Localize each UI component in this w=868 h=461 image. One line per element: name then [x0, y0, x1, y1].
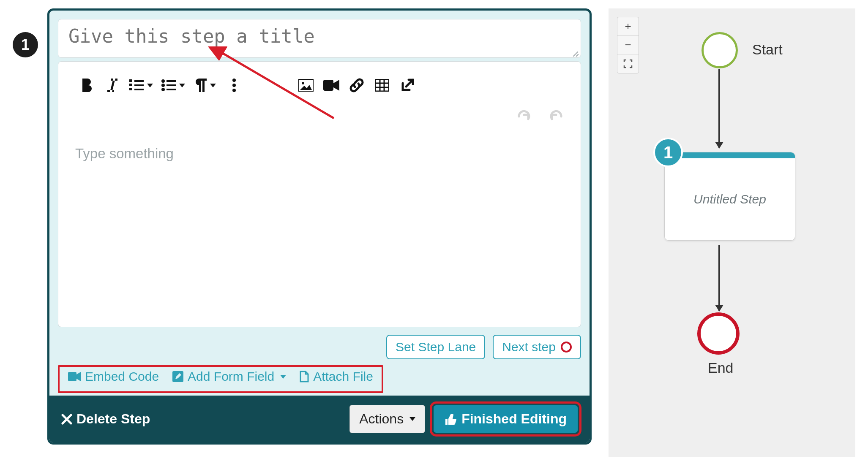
step-editor-column: 1: [13, 8, 592, 457]
add-form-field-link[interactable]: Add Form Field: [172, 369, 286, 384]
insert-table-button[interactable]: [369, 75, 395, 96]
undo-redo-row: [58, 96, 581, 121]
insert-video-button[interactable]: [319, 75, 344, 96]
chevron-down-icon: [280, 375, 286, 379]
start-label: Start: [752, 41, 783, 58]
svg-point-5: [302, 82, 304, 84]
embed-code-label: Embed Code: [85, 369, 159, 384]
editor-body[interactable]: Type something: [58, 131, 581, 176]
edit-icon: [172, 371, 183, 382]
finished-editing-label: Finished Editing: [461, 411, 567, 427]
step-card-label: Untitled Step: [665, 158, 795, 206]
step-card-accent: [665, 152, 795, 158]
editor-footer: Delete Step Actions Finished Editing: [49, 396, 590, 442]
redo-button[interactable]: [549, 106, 564, 121]
end-node[interactable]: [697, 312, 740, 355]
svg-rect-6: [323, 80, 333, 91]
chevron-down-icon: [210, 84, 216, 87]
actions-label: Actions: [359, 411, 404, 427]
chevron-down-icon: [409, 417, 415, 421]
step-nav-row: Set Step Lane Next step: [49, 335, 590, 365]
start-node[interactable]: [701, 32, 738, 68]
actions-button[interactable]: Actions: [349, 405, 425, 433]
step-editor-panel: Type something Set Step Lane Next step E…: [47, 8, 592, 445]
svg-rect-7: [375, 79, 389, 91]
next-step-button[interactable]: Next step: [493, 335, 581, 359]
thumbs-up-icon: [445, 414, 456, 425]
insert-link-button[interactable]: [344, 75, 369, 96]
video-icon: [68, 372, 81, 381]
vertical-dots-icon: [232, 79, 236, 92]
end-label: End: [708, 360, 734, 376]
more-button[interactable]: [221, 75, 247, 96]
flow-diagram: Start Untitled Step 1 End: [609, 8, 855, 457]
finished-editing-button[interactable]: Finished Editing: [434, 405, 578, 433]
step-card[interactable]: Untitled Step: [664, 152, 795, 241]
editor-toolbar: [58, 62, 581, 96]
step-title-field[interactable]: [58, 19, 581, 58]
step-number-badge: 1: [13, 32, 38, 57]
svg-point-2: [161, 84, 165, 87]
insert-image-button[interactable]: [293, 75, 319, 96]
flow-canvas[interactable]: + − Start Untitled Step 1 End: [609, 8, 855, 457]
delete-step-button[interactable]: Delete Step: [61, 411, 150, 427]
set-step-lane-button[interactable]: Set Step Lane: [386, 335, 485, 359]
flow-arrow: [718, 245, 720, 311]
chevron-down-icon: [179, 84, 185, 87]
rich-text-editor: Type something: [58, 61, 581, 327]
undo-button[interactable]: [516, 106, 532, 121]
open-external-button[interactable]: [395, 75, 420, 96]
attach-file-link[interactable]: Attach File: [300, 369, 373, 384]
resize-handle-icon[interactable]: [570, 48, 579, 57]
file-icon: [300, 371, 309, 382]
ordered-list-button[interactable]: [125, 75, 157, 96]
embed-code-link[interactable]: Embed Code: [68, 369, 159, 384]
attachment-links-row: Embed Code Add Form Field Attach File: [58, 365, 383, 393]
bold-button[interactable]: [74, 75, 100, 96]
attach-file-label: Attach File: [313, 369, 373, 384]
svg-point-3: [161, 88, 165, 91]
step-card-badge: 1: [653, 138, 683, 167]
italic-button[interactable]: [100, 75, 125, 96]
step-title-input[interactable]: [58, 19, 581, 57]
chevron-down-icon: [147, 84, 153, 87]
add-form-field-label: Add Form Field: [188, 369, 274, 384]
delete-step-label: Delete Step: [76, 411, 150, 427]
paragraph-format-button[interactable]: [189, 75, 221, 96]
svg-point-1: [161, 79, 165, 83]
close-icon: [61, 414, 72, 425]
svg-rect-12: [68, 372, 76, 381]
flow-arrow: [718, 69, 720, 148]
step-ring-icon: [561, 342, 572, 353]
unordered-list-button[interactable]: [157, 75, 189, 96]
next-step-label: Next step: [502, 340, 556, 354]
